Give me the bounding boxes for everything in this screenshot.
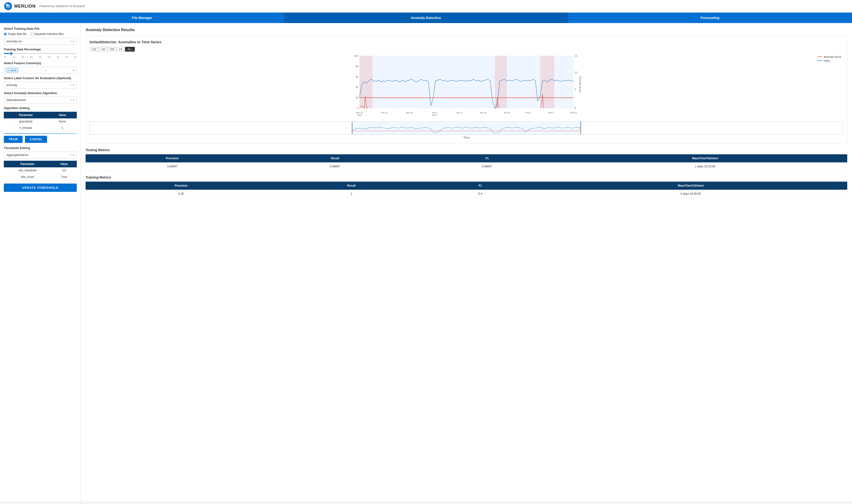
svg-text:60: 60 (356, 76, 359, 78)
training-metrics-table: Precision Recall F1 MeanTimeToDetect 0.2… (86, 182, 847, 198)
table-row: alm_threshold 3.0 (4, 167, 77, 174)
train-f1-header: F1 (426, 182, 534, 190)
mini-chart-svg (90, 122, 843, 134)
table-row: abs_score True (4, 174, 77, 180)
svg-text:Jan 12: Jan 12 (456, 111, 463, 114)
file-select[interactable]: anomaly.csv × ▾ (4, 38, 77, 45)
data-file-radio-group: Single data file Separate train/test fil… (4, 32, 77, 36)
logo-area: MERLION Powered by Salesforce AI Researc… (4, 2, 85, 11)
divider (4, 133, 77, 134)
tab-file-manager[interactable]: File Manager (0, 13, 284, 23)
content-section-title: Anomaly Detection Results (86, 28, 847, 32)
svg-text:40: 40 (356, 86, 359, 89)
feature-dropdown-arrow[interactable]: ▾ (73, 69, 75, 72)
file-dropdown-arrow[interactable]: ▾ (73, 40, 74, 43)
algo-setting-label: Algorithm Setting (4, 106, 77, 110)
slider-labels: 10 20 30 40 50 60 70 80 90 (4, 56, 77, 58)
nav-tabs: File Manager Anomaly Detection Forecasti… (0, 13, 852, 23)
threshold-dropdown-arrow[interactable]: ▾ (73, 153, 74, 157)
svg-text:20: 20 (356, 96, 359, 99)
chart-title: DefaultDetector: Anomalies in Time Serie… (90, 40, 843, 44)
train-button[interactable]: TRAIN (4, 136, 23, 143)
testing-metrics-title: Testing Metrics (86, 148, 847, 152)
test-f1-header: F1 (411, 154, 563, 162)
training-pct-slider[interactable]: 10 20 30 40 50 60 70 80 90 (4, 53, 77, 58)
threshold-clear-btn[interactable]: × (70, 153, 72, 157)
chart-legend: Anomaly Score value (817, 55, 841, 62)
training-metrics-section: Training Metrics Precision Recall F1 Mea… (86, 176, 847, 198)
tab-anomaly-detection[interactable]: Anomaly Detection (284, 13, 568, 23)
feature-clear-btn[interactable]: × (45, 69, 47, 72)
svg-rect-5 (495, 56, 507, 108)
app-subtitle: Powered by Salesforce AI Research (39, 4, 85, 8)
main-layout: Select Training Data File Single data fi… (0, 23, 852, 501)
table-row: 0.25 1 0.4 0 days 16:05:00 (86, 190, 847, 198)
train-recall-header: Recall (277, 182, 426, 190)
feature-col-input[interactable]: × value × ▾ (4, 67, 77, 73)
svg-point-1 (6, 4, 8, 7)
file-clear-btn[interactable]: × (70, 40, 72, 43)
update-threshold-button[interactable]: UPDATE THRESHOLD (4, 183, 77, 192)
radio-single[interactable]: Single data file (4, 32, 26, 36)
svg-text:100: 100 (354, 55, 358, 57)
svg-text:Jan 5: Jan 5 (432, 111, 437, 114)
label-dropdown-arrow[interactable]: ▾ (73, 84, 74, 87)
legend-value-line (817, 60, 822, 61)
testing-metrics-table: Precision Recall F1 MeanTimeToDetect 0.6… (86, 154, 847, 171)
svg-text:Jan 19: Jan 19 (480, 111, 486, 114)
svg-text:0: 0 (575, 107, 576, 110)
legend-anomaly-line (817, 57, 822, 57)
label-col-select[interactable]: anomaly × ▾ (4, 82, 77, 88)
label-col-label: Select Label Column for Evaluation (Opti… (4, 76, 77, 80)
algorithm-select[interactable]: DefaultDetector × ▾ (4, 97, 77, 103)
feature-tag-remove[interactable]: × (7, 69, 9, 72)
tab-forecasting[interactable]: Forecasting (568, 13, 852, 23)
threshold-setting-table: Parameter Value alm_threshold 3.0 abs_sc… (4, 161, 77, 180)
test-precision-header: Precision (86, 154, 259, 162)
time-1m[interactable]: 1M (99, 47, 108, 52)
time-1y[interactable]: 1Y (116, 47, 125, 52)
label-clear-btn[interactable]: × (70, 84, 72, 87)
svg-rect-40 (352, 122, 352, 134)
svg-text:80: 80 (356, 65, 359, 68)
time-selector: 1W 1M 6M 1Y ALL (90, 47, 843, 52)
table-row: 0.66667 0.66667 0.66667 1 days 10:25:00 (86, 162, 847, 171)
table-row: granularity None (4, 119, 77, 125)
cancel-button[interactable]: CANCEL (25, 136, 47, 143)
train-precision-header: Precision (86, 182, 277, 190)
svg-text:Feb 9: Feb 9 (548, 111, 554, 114)
testing-metrics-section: Testing Metrics Precision Recall F1 Mean… (86, 148, 847, 171)
slider-thumb[interactable] (10, 52, 13, 55)
radio-separate[interactable]: Separate train/test files (31, 32, 64, 36)
training-metrics-title: Training Metrics (86, 176, 847, 179)
threshold-param-header: Parameter (4, 161, 51, 167)
svg-text:2013: 2013 (357, 114, 362, 116)
algorithm-clear-btn[interactable]: × (70, 98, 72, 102)
svg-text:0: 0 (357, 107, 358, 110)
threshold-label: Threshold Setting (4, 146, 77, 150)
test-mttd-header: MeanTimeToDetect (563, 154, 847, 162)
legend-anomaly-score: Anomaly Score (817, 55, 841, 58)
svg-text:5: 5 (575, 88, 576, 91)
threshold-select[interactable]: AggregateAlarms × ▾ (4, 152, 77, 158)
svg-text:15: 15 (575, 55, 577, 57)
algo-table-param-header: Parameter (4, 112, 48, 119)
algorithm-dropdown-arrow[interactable]: ▾ (73, 98, 74, 102)
svg-text:Feb 2: Feb 2 (525, 111, 531, 114)
slider-track (4, 53, 77, 54)
x-axis-label: Time (90, 136, 843, 139)
svg-text:10: 10 (575, 71, 577, 74)
time-all[interactable]: ALL (125, 47, 135, 52)
svg-text:Jan 26: Jan 26 (504, 111, 510, 114)
time-6m[interactable]: 6M (108, 47, 116, 52)
algorithm-label: Select Anomaly Detection Algorithm (4, 91, 77, 95)
svg-rect-39 (352, 122, 581, 134)
table-row: n_threads 1 (4, 125, 77, 131)
threshold-value-header: Value (51, 161, 77, 167)
train-btn-row: TRAIN CANCEL (4, 136, 77, 143)
time-1w[interactable]: 1W (90, 47, 99, 52)
svg-text:Anomaly Score: Anomaly Score (579, 76, 581, 92)
legend-value: value (817, 59, 841, 62)
training-data-label: Select Training Data File (4, 27, 77, 31)
chart-container: DefaultDetector: Anomalies in Time Serie… (86, 36, 847, 143)
